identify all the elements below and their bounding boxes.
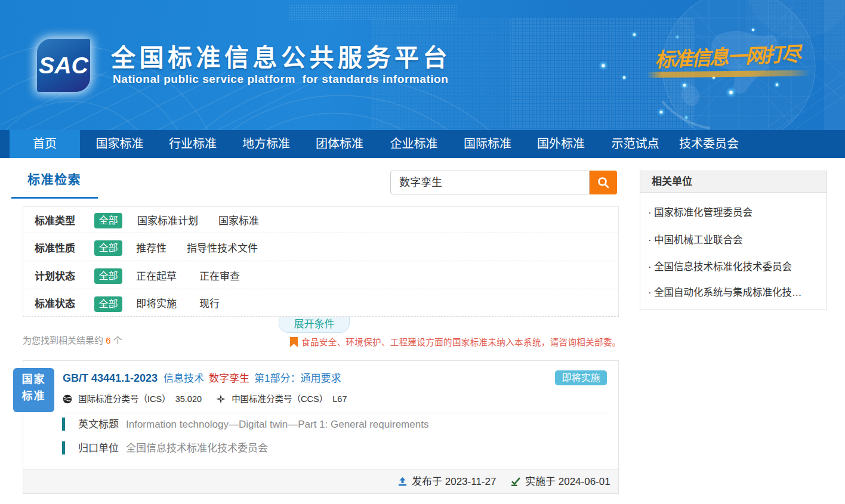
svg-text:SAC: SAC xyxy=(39,53,89,78)
